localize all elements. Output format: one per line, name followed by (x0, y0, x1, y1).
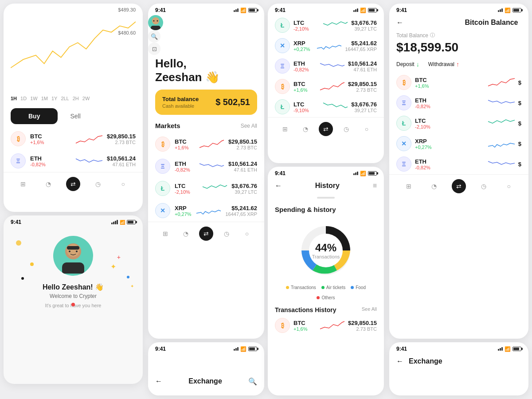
scan-button[interactable]: ⊡ (148, 43, 160, 55)
wifi-4: 📶 (240, 346, 246, 352)
legend-food: Food (351, 285, 366, 290)
filter-2w[interactable]: 2W (82, 96, 90, 101)
nav-profile-7[interactable]: ○ (502, 179, 516, 193)
sell-button[interactable]: Sell (61, 108, 89, 124)
nav-history-3[interactable]: ◷ (219, 227, 234, 241)
nav-history-5[interactable]: ◷ (339, 122, 353, 136)
buy-button[interactable]: Buy (11, 108, 58, 124)
eth-price: $10,561.24 47.61 ETH (107, 155, 136, 167)
nav-grid-icon[interactable]: ⊞ (16, 177, 30, 191)
svg-point-4 (69, 250, 70, 252)
nav-profile-3[interactable]: ○ (240, 227, 254, 241)
filter-button-6[interactable]: ≡ (373, 182, 377, 190)
signal-bar-1 (111, 223, 113, 224)
tx-see-all[interactable]: See All (362, 306, 377, 313)
btc-chart-5 (320, 80, 344, 93)
signal-bar-2 (113, 222, 114, 224)
time-3: 9:41 (155, 7, 166, 13)
si-7: 📶 (498, 8, 521, 13)
tx-btc-chart (320, 319, 344, 332)
btc-chart-main (200, 138, 224, 150)
balance-xrp-row[interactable]: ✕ XRP +0,27% $ (389, 133, 528, 154)
balance-ltc-row[interactable]: Ł LTC -2,10% $ (389, 113, 528, 133)
battery-8 (512, 347, 521, 351)
filter-2h[interactable]: 2H (73, 96, 79, 101)
user-avatar (53, 236, 93, 276)
buy-sell-bar: Buy Sell (4, 105, 143, 128)
balance-eth2-row[interactable]: Ξ ETH -0,82% $ (389, 154, 528, 174)
btc-info-main: BTC +1,6% (175, 138, 195, 150)
eth-mini-chart (76, 154, 102, 168)
wifi-8: 📶 (505, 346, 511, 352)
list-item-xrp[interactable]: ✕ XRP +0,27% $5,241.62 16447,65 XRP (268, 35, 384, 56)
search-button[interactable]: 🔍 (148, 30, 160, 43)
time-filters[interactable]: 1H 1D 1W 1M 1Y 2LL 2H 2W (4, 92, 143, 105)
btc-info: BTC +1,6% (30, 133, 71, 145)
eth-name: ETH (30, 155, 71, 162)
list-item-ltc2[interactable]: Ł LTC -9,10% $3,676.76 39,27 LTC (268, 97, 384, 117)
filter-1h[interactable]: 1H (11, 96, 17, 101)
filter-1d[interactable]: 1D (20, 96, 27, 101)
back-button-6[interactable]: ← (275, 182, 282, 190)
nav-bar-3: ⊞ ◔ ⇄ ◷ ○ (148, 222, 264, 246)
nav-profile-icon[interactable]: ○ (116, 177, 130, 191)
back-button-8[interactable]: ← (396, 357, 403, 365)
search-button-4[interactable]: 🔍 (248, 377, 257, 386)
splash-dot-bottom (71, 303, 75, 306)
back-button-4[interactable]: ← (155, 377, 162, 385)
deposit-button[interactable]: Deposit ↓ (396, 61, 419, 68)
si-5: 📶 (353, 8, 377, 13)
tx-header: Transactions History See All (268, 304, 384, 315)
balance-btc-chart (488, 76, 515, 89)
status-bar-7: 9:41 📶 (389, 4, 528, 15)
back-button-7[interactable]: ← (396, 19, 456, 27)
tx-row-btc[interactable]: ₿ BTC +1,6% $29,850.15 2.73 BTC (268, 315, 384, 336)
nav-history-icon[interactable]: ◷ (91, 177, 105, 191)
nav-profile-5[interactable]: ○ (360, 122, 374, 136)
coin-row-eth[interactable]: Ξ ETH -0,82% $10,561.24 47.61 ETH (148, 155, 264, 177)
chart-area: $489.30 $480.60 (4, 4, 143, 92)
filter-1m[interactable]: 1M (41, 96, 48, 101)
list-item-btc2[interactable]: ₿ BTC +1,6% $29,850.15 2.73 BTC (268, 76, 384, 97)
chart-price-mid: $480.60 (118, 30, 136, 35)
coin-row-ltc[interactable]: Ł LTC -2,10% $3,676.76 39,27 LTC (148, 177, 264, 200)
nav-exchange-7[interactable]: ⇄ (452, 179, 466, 193)
nav-pie-icon[interactable]: ◔ (41, 177, 55, 191)
nav-grid-3[interactable]: ⊞ (158, 227, 172, 241)
time-4: 9:41 (155, 346, 166, 352)
list-item-ltc1[interactable]: Ł LTC -2,10% $3,676.76 39,27 LTC (268, 15, 384, 35)
nav-exchange-5[interactable]: ⇄ (319, 122, 333, 136)
exchange-header: ← Exchange 🔍 (148, 354, 264, 395)
history-title: History (286, 182, 369, 190)
sb1 (234, 349, 235, 351)
withdrawal-button[interactable]: Withdrawal ↑ (428, 61, 459, 68)
coin-row-btc[interactable]: ₿ BTC +1,6% $29,850.15 2.73 BTC (148, 133, 264, 155)
coin-row-xrp[interactable]: ✕ XRP +0,27% $5,241.62 16447,65 XRP (148, 200, 264, 222)
balance-eth2-icon: Ξ (396, 156, 411, 172)
nav-exchange-icon[interactable]: ⇄ (66, 177, 80, 191)
nav-grid-7[interactable]: ⊞ (402, 179, 416, 193)
btc-row[interactable]: ₿ BTC +1,6% $29,850.15 2.73 BTC (4, 128, 143, 150)
user-avatar-small[interactable] (148, 15, 163, 30)
nav-grid-5[interactable]: ⊞ (278, 122, 292, 136)
main-phone-screen: 9:41 📶 (148, 4, 264, 339)
list-item-eth2[interactable]: Ξ ETH -0,82% $10,561.24 47.61 ETH (268, 56, 384, 76)
filter-1w[interactable]: 1W (30, 96, 38, 101)
nav-pie-3[interactable]: ◔ (179, 227, 193, 241)
eth-icon-main: Ξ (155, 159, 170, 174)
eth-row[interactable]: Ξ ETH -0,82% $10,561.24 47.61 ETH (4, 150, 143, 172)
withdrawal-arrow: ↑ (456, 61, 459, 68)
nav-history-7[interactable]: ◷ (477, 179, 491, 193)
filter-2ll[interactable]: 2LL (61, 96, 69, 101)
balance-eth-row[interactable]: Ξ ETH -0,82% $ (389, 93, 528, 113)
nav-pie-5[interactable]: ◔ (298, 122, 313, 136)
nav-pie-7[interactable]: ◔ (427, 179, 441, 193)
total-balance-amount: $18,599.50 (389, 39, 528, 59)
donut-label: 44% Transactions (312, 242, 340, 259)
balance-btc-row[interactable]: ₿ BTC +1,6% $ (389, 72, 528, 93)
svg-point-9 (157, 20, 158, 22)
balance-btc-icon: ₿ (396, 75, 411, 90)
see-all-markets[interactable]: See All (241, 123, 257, 129)
filter-1y[interactable]: 1Y (51, 96, 57, 101)
nav-exchange-3[interactable]: ⇄ (199, 227, 213, 241)
